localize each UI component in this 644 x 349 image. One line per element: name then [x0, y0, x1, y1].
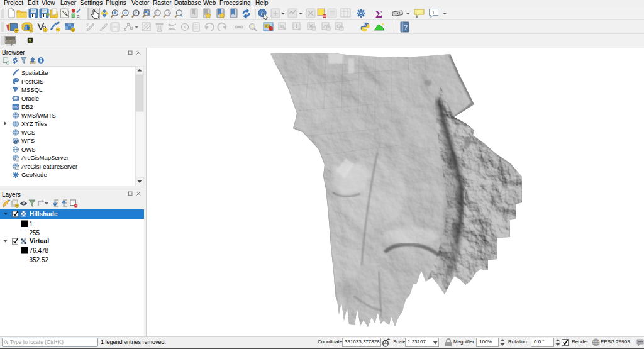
svg-text:1:1: 1:1 — [134, 11, 140, 15]
svg-text:T: T — [432, 9, 435, 16]
svg-text:SpatiaLite: SpatiaLite — [21, 69, 48, 76]
svg-text:DB2: DB2 — [21, 103, 33, 110]
svg-text:WFS: WFS — [21, 137, 35, 144]
svg-text:ArcGisFeatureServer: ArcGisFeatureServer — [21, 163, 77, 170]
svg-text:Hillshade: Hillshade — [30, 211, 58, 218]
svg-text:Σ: Σ — [375, 8, 382, 20]
svg-text:OWS: OWS — [21, 146, 36, 153]
svg-text:1: 1 — [30, 221, 33, 228]
svg-text:DB2: DB2 — [13, 106, 19, 109]
svg-text:WMS/WMTS: WMS/WMTS — [21, 112, 56, 119]
svg-text:GeoNode: GeoNode — [21, 171, 47, 178]
svg-text:255: 255 — [30, 230, 40, 236]
svg-text:352.52: 352.52 — [30, 257, 49, 263]
svg-text:XYZ Tiles: XYZ Tiles — [21, 120, 47, 127]
svg-text:ArcGisMapServer: ArcGisMapServer — [21, 154, 69, 161]
svg-text:76.478: 76.478 — [30, 247, 49, 254]
svg-text:MSSQL: MSSQL — [21, 86, 42, 93]
svg-text:Oracle: Oracle — [21, 95, 39, 102]
svg-text:W: W — [14, 139, 18, 143]
svg-text:S: S — [29, 38, 32, 43]
svg-text:i: i — [261, 10, 263, 16]
svg-text:WCS: WCS — [21, 129, 35, 136]
svg-text:Virtual: Virtual — [30, 238, 49, 245]
svg-text:a: a — [77, 13, 80, 19]
svg-text:PostGIS: PostGIS — [21, 78, 43, 85]
svg-text:?: ? — [404, 24, 408, 31]
